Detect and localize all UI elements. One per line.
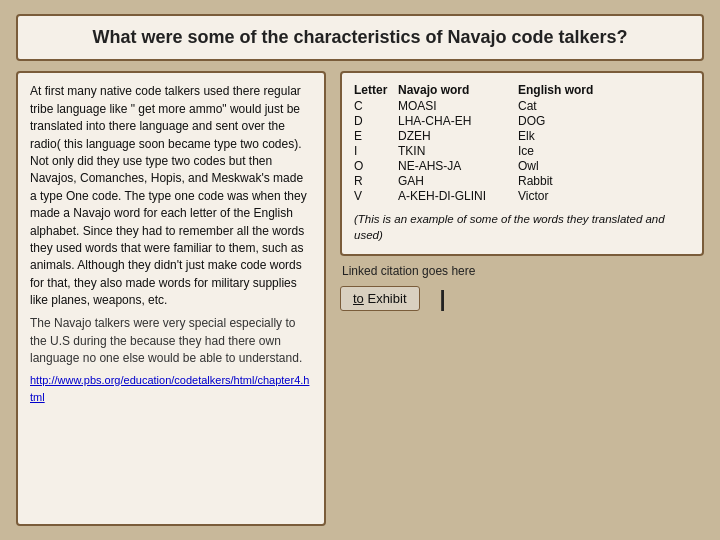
cell-navajo: NE-AHS-JA bbox=[398, 159, 518, 173]
col-header-navajo: Navajo word bbox=[398, 83, 518, 97]
cell-navajo: MOASI bbox=[398, 99, 518, 113]
cell-navajo: A-KEH-DI-GLINI bbox=[398, 189, 518, 203]
left-panel: At first many native code talkers used t… bbox=[16, 71, 326, 526]
cell-letter: V bbox=[354, 189, 398, 203]
table-row: I TKIN Ice bbox=[354, 144, 690, 158]
page-container: What were some of the characteristics of… bbox=[0, 0, 720, 540]
table-note: (This is an example of some of the words… bbox=[354, 211, 690, 243]
exhibit-prefix: to bbox=[353, 291, 364, 306]
table-row: C MOASI Cat bbox=[354, 99, 690, 113]
table-row: E DZEH Elk bbox=[354, 129, 690, 143]
cell-navajo: GAH bbox=[398, 174, 518, 188]
cell-navajo: DZEH bbox=[398, 129, 518, 143]
table-row: D LHA-CHA-EH DOG bbox=[354, 114, 690, 128]
cell-letter: E bbox=[354, 129, 398, 143]
cell-english: DOG bbox=[518, 114, 608, 128]
cell-letter: R bbox=[354, 174, 398, 188]
right-column: Letter Navajo word English word C MOASI … bbox=[340, 71, 704, 526]
exhibit-button[interactable]: to Exhibit bbox=[340, 286, 420, 311]
table-row: V A-KEH-DI-GLINI Victor bbox=[354, 189, 690, 203]
source-link[interactable]: http://www.pbs.org/education/codetalkers… bbox=[30, 374, 309, 403]
exhibit-button-row: to Exhibit | bbox=[340, 286, 704, 312]
cell-english: Owl bbox=[518, 159, 608, 173]
cell-english: Ice bbox=[518, 144, 608, 158]
table-box: Letter Navajo word English word C MOASI … bbox=[340, 71, 704, 255]
exhibit-label: Exhibit bbox=[367, 291, 406, 306]
col-header-letter: Letter bbox=[354, 83, 398, 97]
table-header-row: Letter Navajo word English word bbox=[354, 83, 690, 97]
cell-english: Cat bbox=[518, 99, 608, 113]
cell-english: Elk bbox=[518, 129, 608, 143]
col-header-english: English word bbox=[518, 83, 608, 97]
left-paragraph-2: The Navajo talkers were very special esp… bbox=[30, 315, 312, 367]
cell-navajo: LHA-CHA-EH bbox=[398, 114, 518, 128]
left-paragraph-1: At first many native code talkers used t… bbox=[30, 83, 312, 309]
cell-english: Victor bbox=[518, 189, 608, 203]
citation-label: Linked citation goes here bbox=[342, 264, 475, 278]
cell-navajo: TKIN bbox=[398, 144, 518, 158]
cursor-indicator: | bbox=[440, 286, 446, 312]
table-row: O NE-AHS-JA Owl bbox=[354, 159, 690, 173]
cell-english: Rabbit bbox=[518, 174, 608, 188]
title-box: What were some of the characteristics of… bbox=[16, 14, 704, 61]
citation-area: Linked citation goes here bbox=[340, 264, 704, 278]
cell-letter: C bbox=[354, 99, 398, 113]
content-row: At first many native code talkers used t… bbox=[16, 71, 704, 526]
table-row: R GAH Rabbit bbox=[354, 174, 690, 188]
cell-letter: I bbox=[354, 144, 398, 158]
page-title: What were some of the characteristics of… bbox=[92, 27, 627, 47]
cell-letter: D bbox=[354, 114, 398, 128]
cell-letter: O bbox=[354, 159, 398, 173]
